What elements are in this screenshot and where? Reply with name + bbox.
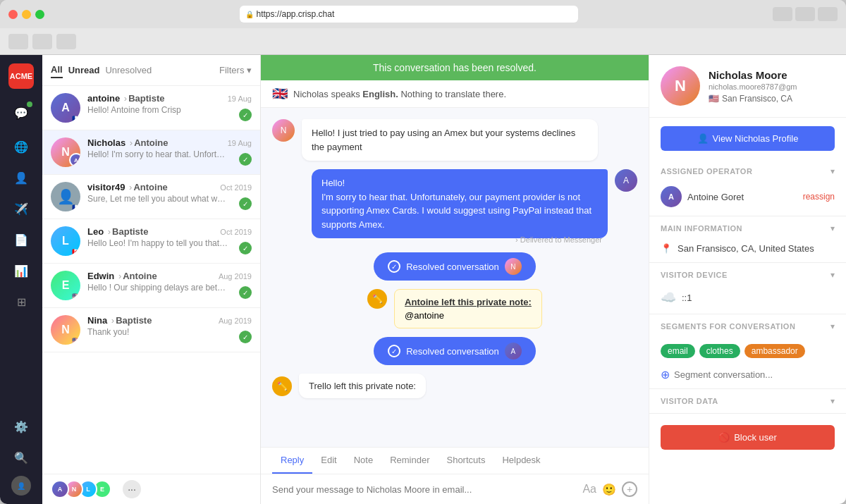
conversation-item[interactable]: N 🇺🇸 Nina ›Baptiste Aug 2019 Thank you! …: [42, 308, 260, 352]
conv-content: antoine ›Baptiste 19 Aug Hello! Antoine …: [87, 93, 252, 115]
check-icon: ✓: [239, 331, 252, 343]
reply-tab-note[interactable]: Note: [345, 448, 381, 474]
conv-preview: Thank you!: [87, 327, 228, 337]
mini-avatar: A: [51, 480, 69, 498]
maximize-button[interactable]: [35, 10, 44, 19]
close-button[interactable]: [8, 10, 18, 19]
segment-tag-clothes[interactable]: clothes: [699, 344, 740, 358]
conv-avatar: L 🇨🇦: [51, 226, 80, 256]
sidebar-item-analytics[interactable]: 📊: [8, 258, 34, 283]
reply-icons: Aa 🙂 +: [582, 481, 637, 497]
tab-unresolved[interactable]: Unresolved: [105, 63, 152, 78]
user-avatar: N: [661, 66, 700, 106]
reply-tabs: Reply Edit Note Reminder Shortcuts Helpd…: [261, 448, 649, 474]
operator-row: A Antoine Goret reassign: [661, 186, 835, 207]
tab-all[interactable]: All: [51, 62, 63, 78]
more-button[interactable]: ···: [123, 480, 141, 498]
outgoing-msg-wrap: Hello!I'm sorry to hear that. Unfortunat…: [312, 169, 608, 244]
resolved-pill-2[interactable]: ✓ Resolved conversation A: [374, 337, 536, 365]
sidebar-item-campaigns[interactable]: ✈️: [8, 196, 34, 221]
sidebar-logo[interactable]: ACME: [8, 63, 34, 89]
sidebar: ACME 💬 🌐 👤 ✈️ 📄 📊 ⊞ ⚙️ 🔍 👤: [0, 55, 42, 504]
check-circle-icon: ✓: [388, 260, 400, 273]
panel-section-header[interactable]: SEGMENTS FOR CONVERSATION ▾: [649, 314, 846, 338]
panel-section-header[interactable]: VISITOR DEVICE ▾: [649, 263, 846, 287]
add-attachment-icon[interactable]: +: [622, 481, 637, 497]
conversation-item[interactable]: E 🇺🇸 Edwin ›Antoine Aug 2019 Hello ! Our…: [42, 264, 260, 308]
minimize-button[interactable]: [22, 10, 31, 19]
segment-tag-email[interactable]: email: [661, 344, 695, 358]
section-title: VISITOR DEVICE: [661, 271, 728, 279]
emoji-icon[interactable]: 🙂: [602, 483, 616, 496]
nav-btn-1[interactable]: [773, 7, 792, 21]
section-title: MAIN INFORMATION: [661, 224, 742, 233]
block-user-button[interactable]: 🚫 Block user: [661, 425, 835, 450]
conversation-items: A 🇫🇷 antoine ›Baptiste 19 Aug Hello! Ant…: [42, 86, 260, 474]
conversation-item[interactable]: A 🇫🇷 antoine ›Baptiste 19 Aug Hello! Ant…: [42, 86, 260, 130]
address-bar[interactable]: 🔒 https://app.crisp.chat: [240, 6, 578, 23]
conv-date: Aug 2019: [219, 272, 252, 281]
language-bar: 🇬🇧 Nicholas speaks English. Nothing to t…: [261, 80, 649, 108]
resolved-avatar-2: A: [505, 343, 522, 359]
address-bar-wrap: 🔒 https://app.crisp.chat: [50, 6, 767, 23]
app: ACME 💬 🌐 👤 ✈️ 📄 📊 ⊞ ⚙️ 🔍 👤 All Unread: [0, 55, 846, 504]
toolbar-icon-3[interactable]: [56, 34, 76, 49]
tab-filters[interactable]: Filters ▾: [219, 63, 252, 78]
flag-icon: 🇺🇸: [72, 293, 80, 300]
conv-preview: Hello ! Our shipping delays are between …: [87, 283, 228, 293]
reply-tab-shortcuts[interactable]: Shortcuts: [438, 448, 494, 474]
conv-preview: Hello! Antoine from Crisp: [87, 105, 228, 115]
view-profile-button[interactable]: 👤 View Nicholas Profile: [661, 126, 835, 151]
toolbar-icon-2[interactable]: [32, 34, 52, 49]
segment-input-field[interactable]: [674, 369, 835, 380]
reply-tab-reply[interactable]: Reply: [272, 448, 312, 474]
chat-messages: N Hello! I just tried to pay using an Am…: [261, 108, 649, 447]
conv-list-footer: A N L E ···: [42, 474, 260, 504]
location-pin-icon: 📍: [661, 243, 672, 254]
panel-section-info: MAIN INFORMATION ▾ 📍 San Fransisco, CA, …: [649, 216, 846, 263]
sub-avatar: A: [69, 153, 80, 167]
sidebar-item-search[interactable]: 🔍: [8, 445, 34, 470]
sidebar-item-contacts[interactable]: 👤: [8, 165, 34, 190]
location-row: 📍 San Fransisco, CA, United States: [661, 243, 835, 254]
panel-section-header[interactable]: VISITOR DATA ▾: [649, 389, 846, 413]
resolved-pill[interactable]: ✓ Resolved conversation N: [374, 252, 536, 281]
conv-preview: Sure, Let me tell you about what we offe…: [87, 194, 228, 204]
reassign-link[interactable]: reassign: [803, 192, 835, 202]
add-segment-icon[interactable]: ⊕: [661, 368, 670, 381]
sidebar-item-plugins[interactable]: ⊞: [8, 289, 34, 314]
sidebar-item-globe[interactable]: 🌐: [8, 134, 34, 159]
conversation-item[interactable]: N 🇺🇸 A Nicholas ›Antoine 19 Aug Hello! I…: [42, 130, 260, 175]
reply-input-row: Aa 🙂 +: [261, 474, 649, 504]
location-text: San Fransisco, CA: [722, 94, 792, 104]
user-info: Nicholas Moore nicholas.moore8787@gm 🇺🇸 …: [709, 69, 835, 104]
conversation-item[interactable]: L 🇨🇦 Leo ›Baptiste Oct 2019 Hello Leo! I…: [42, 219, 260, 264]
conv-name: Nina ›Baptiste: [87, 315, 152, 326]
segment-tag-ambassador[interactable]: ambassador: [744, 344, 805, 358]
panel-section-header[interactable]: MAIN INFORMATION ▾: [649, 216, 846, 240]
sidebar-item-settings[interactable]: ⚙️: [8, 414, 34, 439]
nav-btn-3[interactable]: [818, 7, 838, 21]
segment-input: ⊕: [649, 364, 846, 388]
sidebar-user-avatar[interactable]: 👤: [11, 476, 31, 496]
reply-tab-edit[interactable]: Edit: [312, 448, 345, 474]
reply-tab-reminder[interactable]: Reminder: [381, 448, 438, 474]
conv-header: visitor49 ›Antoine Oct 2019: [87, 182, 252, 192]
tab-unread[interactable]: Unread: [68, 63, 100, 78]
panel-section-header[interactable]: ASSIGNED OPERATOR ▾: [649, 159, 846, 183]
reply-input[interactable]: [272, 484, 575, 495]
message-avatar: N: [272, 119, 295, 142]
sidebar-item-docs[interactable]: 📄: [8, 227, 34, 252]
text-format-icon[interactable]: Aa: [582, 483, 596, 496]
conv-avatar: A 🇫🇷: [51, 93, 80, 123]
toolbar-icon-1[interactable]: [8, 34, 28, 49]
delivered-note: › Delivered to Messenger: [515, 235, 608, 244]
conv-header: antoine ›Baptiste 19 Aug: [87, 93, 252, 104]
private-note-row: ✏️ Antoine left this private note: @anto…: [272, 289, 637, 328]
conversation-item[interactable]: 👤 🇫🇷 visitor49 ›Antoine Oct 2019 Sure, L…: [42, 175, 260, 219]
title-bar: 🔒 https://app.crisp.chat: [0, 0, 846, 28]
nav-btn-2[interactable]: [795, 7, 815, 21]
conversation-list-header: All Unread Unresolved Filters ▾: [42, 55, 260, 86]
reply-tab-helpdesk[interactable]: Helpdesk: [494, 448, 548, 474]
note-icon-2: ✏️: [272, 376, 292, 396]
